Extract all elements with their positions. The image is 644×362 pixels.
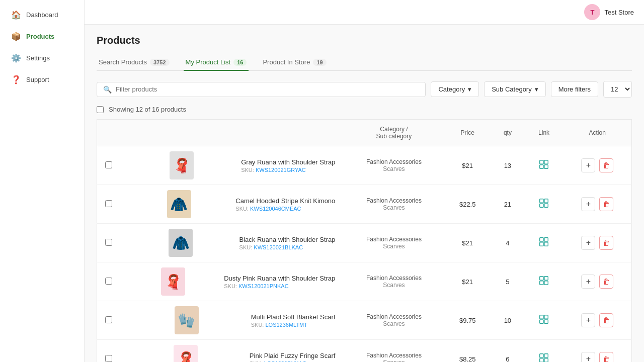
- row-link-icon-1[interactable]: [538, 162, 549, 172]
- row-link-cell: [525, 262, 563, 301]
- delete-button-4[interactable]: 🗑: [599, 275, 613, 289]
- add-button-1[interactable]: +: [581, 158, 595, 172]
- row-checkbox-6[interactable]: [105, 355, 112, 362]
- row-category-3: Fashion Accessories: [351, 236, 436, 243]
- row-category-cell: Fashion Accessories Scarves: [343, 146, 444, 185]
- product-sku-4: SKU: KWS120021PNKAC: [224, 283, 335, 289]
- row-qty-cell: 6: [491, 340, 525, 363]
- row-link-icon-2[interactable]: [538, 201, 549, 211]
- svg-rect-6: [540, 203, 543, 207]
- product-image-3: 🧥: [169, 229, 193, 257]
- row-action-cell: + 🗑: [563, 340, 631, 363]
- sidebar-item-label: Products: [26, 33, 54, 40]
- svg-rect-18: [540, 319, 543, 323]
- svg-rect-10: [540, 242, 543, 245]
- sidebar-item-label: Dashboard: [26, 11, 58, 19]
- row-action-cell: + 🗑: [563, 185, 631, 224]
- add-button-4[interactable]: +: [581, 275, 595, 289]
- sidebar-item-dashboard[interactable]: 🏠 Dashboard: [3, 5, 81, 25]
- row-link-icon-4[interactable]: [538, 278, 549, 288]
- svg-rect-5: [544, 199, 548, 202]
- row-price-4: $21: [462, 278, 473, 286]
- sidebar-item-support[interactable]: ❓ Support: [3, 70, 81, 89]
- tab-my-product-list[interactable]: My Product List 16: [184, 54, 249, 71]
- category-dropdown-icon: ▾: [468, 85, 471, 93]
- row-checkbox-4[interactable]: [105, 278, 112, 285]
- tab-label: My Product List: [186, 58, 231, 66]
- sidebar-item-settings[interactable]: ⚙️ Settings: [3, 48, 81, 68]
- select-all-checkbox[interactable]: [97, 106, 104, 113]
- row-price-cell: $21: [445, 262, 491, 301]
- add-button-2[interactable]: +: [581, 197, 595, 211]
- product-image-6: 🧣: [174, 345, 198, 362]
- row-checkbox-cell: [97, 340, 121, 363]
- add-button-6[interactable]: +: [581, 352, 595, 362]
- more-filters-button[interactable]: More filters: [551, 81, 598, 97]
- search-icon: 🔍: [103, 85, 112, 94]
- row-checkbox-cell: [97, 224, 121, 262]
- row-checkbox-2[interactable]: [105, 200, 112, 207]
- category-filter-label: Category: [438, 85, 465, 93]
- tab-label: Product In Store: [263, 58, 310, 66]
- row-category-cell: Fashion Accessories Scarves: [343, 340, 444, 363]
- row-price-1: $21: [462, 162, 473, 169]
- row-qty-2: 21: [504, 201, 511, 208]
- product-image-4: 🧣: [161, 267, 185, 296]
- row-qty-cell: 21: [491, 185, 525, 224]
- delete-button-3[interactable]: 🗑: [599, 236, 613, 250]
- product-info-5: Multi Plaid Soft Blanket Scarf SKU: LOS1…: [251, 313, 336, 328]
- subcategory-filter-button[interactable]: Sub Category ▾: [484, 81, 546, 97]
- delete-button-6[interactable]: 🗑: [599, 352, 613, 362]
- svg-rect-11: [544, 242, 548, 245]
- sku-value-1: KWS120021GRYAC: [256, 167, 306, 173]
- row-category-cell: Fashion Accessories Scarves: [343, 224, 444, 262]
- delete-button-1[interactable]: 🗑: [599, 158, 613, 172]
- row-category-4: Fashion Accessories: [351, 275, 436, 282]
- table-row: 🧥 Camel Hooded Stripe Knit Kimono SKU: K…: [97, 185, 632, 224]
- row-link-icon-3[interactable]: [538, 239, 549, 249]
- row-checkbox-5[interactable]: [105, 316, 112, 323]
- tab-product-in-store[interactable]: Product In Store 19: [261, 54, 328, 71]
- svg-rect-3: [544, 164, 548, 168]
- product-info-6: Pink Plaid Fuzzy Fringe Scarf SKU: LOS12…: [250, 352, 336, 363]
- row-category-5: Fashion Accessories: [351, 313, 436, 320]
- row-checkbox-1[interactable]: [105, 161, 112, 168]
- count-select[interactable]: 12 24 48: [603, 81, 632, 98]
- sidebar-item-label: Settings: [26, 54, 50, 62]
- row-link-cell: [525, 146, 563, 185]
- row-link-icon-5[interactable]: [538, 317, 549, 327]
- table-row: 🧣 Dusty Pink Ruana with Shoulder Strap S…: [97, 262, 632, 301]
- svg-rect-20: [540, 353, 543, 357]
- product-sku-3: SKU: KWS120021BLKAC: [239, 244, 336, 250]
- add-button-5[interactable]: +: [581, 313, 595, 327]
- row-product-cell: 🧥 Camel Hooded Stripe Knit Kimono SKU: K…: [120, 185, 343, 224]
- product-name-1: Gray Ruana with Shoulder Strap: [241, 158, 335, 166]
- tab-search-products[interactable]: Search Products 3752: [97, 54, 172, 71]
- svg-rect-2: [540, 164, 543, 168]
- table-row: 🧣 Gray Ruana with Shoulder Strap SKU: KW…: [97, 146, 632, 185]
- tab-badge-mylist: 16: [233, 59, 247, 66]
- delete-button-5[interactable]: 🗑: [599, 313, 613, 327]
- tab-badge-instore: 19: [313, 59, 326, 66]
- search-input[interactable]: [116, 85, 419, 93]
- svg-rect-17: [544, 315, 548, 318]
- row-qty-3: 4: [506, 239, 509, 247]
- product-icon-4: 🧣: [165, 274, 182, 290]
- row-checkbox-3[interactable]: [105, 239, 112, 246]
- row-price-2: $22.5: [459, 201, 476, 208]
- col-product: [120, 120, 343, 146]
- delete-button-2[interactable]: 🗑: [599, 197, 613, 211]
- row-price-cell: $9.75: [445, 301, 491, 340]
- row-price-cell: $8.25: [445, 340, 491, 363]
- category-filter-button[interactable]: Category ▾: [431, 81, 479, 97]
- svg-rect-1: [544, 160, 548, 163]
- row-category-cell: Fashion Accessories Scarves: [343, 185, 444, 224]
- add-button-3[interactable]: +: [581, 236, 595, 250]
- tab-badge-search: 3752: [150, 59, 169, 66]
- svg-rect-4: [540, 199, 543, 202]
- product-icon-1: 🧣: [173, 157, 191, 174]
- row-qty-cell: 4: [491, 224, 525, 262]
- sidebar-item-products[interactable]: 📦 Products: [3, 27, 81, 46]
- products-icon: 📦: [11, 32, 21, 41]
- row-link-icon-6[interactable]: [538, 355, 549, 363]
